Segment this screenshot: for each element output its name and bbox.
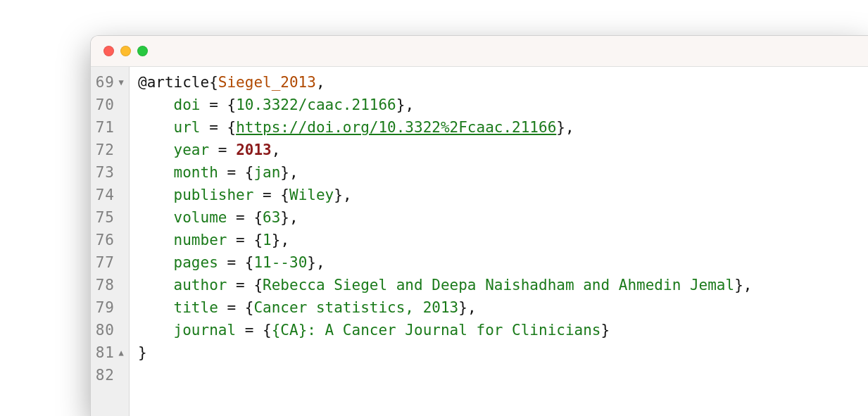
fold-spacer (116, 296, 126, 319)
gutter-row[interactable]: 81 ▲ (95, 341, 127, 364)
line-number: 72 (95, 139, 115, 161)
code-line: } (138, 341, 752, 364)
editor-body: 69 ▼ 70 71 72 73 74 (91, 67, 868, 416)
fold-spacer (116, 251, 126, 274)
code-area[interactable]: @article{Siegel_2013, doi = {10.3322/caa… (130, 67, 752, 416)
code-line: month = {jan}, (138, 161, 752, 184)
line-number-gutter: 69 ▼ 70 71 72 73 74 (91, 67, 130, 416)
code-line (138, 364, 752, 386)
code-line: publisher = {Wiley}, (138, 184, 752, 206)
code-line: @article{Siegel_2013, (138, 71, 752, 94)
line-number: 79 (95, 296, 115, 319)
code-line: title = {Cancer statistics, 2013}, (138, 296, 752, 319)
line-number: 73 (95, 161, 115, 184)
code-line: pages = {11--30}, (138, 251, 752, 274)
gutter-row[interactable]: 74 (95, 184, 127, 206)
fold-spacer (116, 139, 126, 161)
fold-spacer (116, 184, 126, 206)
code-line: author = {Rebecca Siegel and Deepa Naish… (138, 274, 752, 296)
fold-spacer (116, 206, 126, 229)
fold-spacer (116, 161, 126, 184)
fold-spacer (116, 94, 126, 116)
fold-spacer (116, 364, 126, 386)
gutter-row[interactable]: 78 (95, 274, 127, 296)
gutter-row[interactable]: 73 (95, 161, 127, 184)
gutter-row[interactable]: 75 (95, 206, 127, 229)
fold-open-icon[interactable]: ▼ (116, 71, 126, 94)
gutter-row[interactable]: 70 (95, 94, 127, 116)
gutter-row[interactable]: 69 ▼ (95, 71, 127, 94)
gutter-row[interactable]: 72 (95, 139, 127, 161)
maximize-icon[interactable] (137, 46, 148, 56)
gutter-row[interactable]: 77 (95, 251, 127, 274)
line-number: 80 (95, 319, 115, 341)
line-number: 82 (95, 364, 115, 386)
line-number: 81 (95, 341, 115, 364)
line-number: 78 (95, 274, 115, 296)
code-line: year = 2013, (138, 139, 752, 161)
title-bar (91, 36, 868, 67)
code-line: number = {1}, (138, 229, 752, 251)
gutter-row[interactable]: 80 (95, 319, 127, 341)
code-line: journal = {{CA}: A Cancer Journal for Cl… (138, 319, 752, 341)
line-number: 75 (95, 206, 115, 229)
line-number: 71 (95, 116, 115, 139)
fold-spacer (116, 229, 126, 251)
fold-close-icon[interactable]: ▲ (116, 341, 126, 364)
fold-spacer (116, 274, 126, 296)
code-line: url = {https://doi.org/10.3322%2Fcaac.21… (138, 116, 752, 139)
fold-spacer (116, 116, 126, 139)
line-number: 69 (95, 71, 115, 94)
gutter-row[interactable]: 76 (95, 229, 127, 251)
editor-window: 69 ▼ 70 71 72 73 74 (90, 35, 868, 416)
line-number: 70 (95, 94, 115, 116)
minimize-icon[interactable] (120, 46, 131, 56)
close-icon[interactable] (103, 46, 114, 56)
gutter-row[interactable]: 71 (95, 116, 127, 139)
gutter-row[interactable]: 79 (95, 296, 127, 319)
fold-spacer (116, 319, 126, 341)
line-number: 77 (95, 251, 115, 274)
line-number: 76 (95, 229, 115, 251)
gutter-row[interactable]: 82 (95, 364, 127, 386)
code-line: doi = {10.3322/caac.21166}, (138, 94, 752, 116)
code-line: volume = {63}, (138, 206, 752, 229)
line-number: 74 (95, 184, 115, 206)
